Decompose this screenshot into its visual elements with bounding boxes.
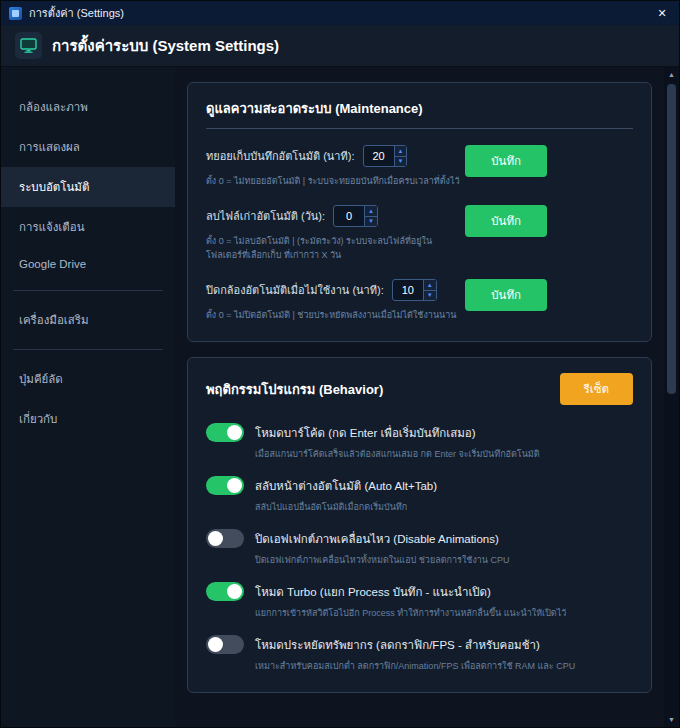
spin-down-icon[interactable]: ▼ — [365, 217, 377, 227]
page-header: การตั้งค่าระบบ (System Settings) — [1, 25, 679, 67]
behavior-panel: พฤติกรรมโปรแกรม (Behavior) รีเซ็ต โหมดบา… — [187, 357, 652, 693]
spinner-buttons: ▲ ▼ — [394, 146, 407, 166]
disable-animations-label: ปิดเอฟเฟกต์ภาพเคลื่อนไหว (Disable Animat… — [255, 530, 499, 548]
disable-animations-hint: ปิดเอฟเฟกต์ภาพเคลื่อนไหวทั้งหมดในแอป ช่ว… — [255, 553, 633, 567]
barcode-mode-toggle[interactable] — [206, 423, 244, 442]
titlebar: การตั้งค่า (Settings) ✕ — [1, 1, 679, 25]
close-icon[interactable]: ✕ — [645, 1, 679, 25]
barcode-mode-label: โหมดบาร์โค้ด (กด Enter เพื่อเริ่มบันทึกเ… — [255, 424, 476, 442]
barcode-mode-row: โหมดบาร์โค้ด (กด Enter เพื่อเริ่มบันทึกเ… — [206, 423, 633, 461]
row-left: ลบไฟล์เก่าอัตโนมัติ (วัน): ▲ ▼ ตั้ง 0 = … — [206, 205, 465, 262]
save-delete-old-files-button[interactable]: บันทึก — [465, 205, 547, 237]
turbo-mode-hint: แยกการเข้ารหัสวิดีโอไปอีก Process ทำให้ก… — [255, 606, 633, 620]
scrollbar[interactable]: ▲ ▼ — [664, 67, 679, 727]
row-left: ปิดกล้องอัตโนมัติเมื่อไม่ใช้งาน (นาที): … — [206, 279, 465, 322]
settings-window: การตั้งค่า (Settings) ✕ การตั้งค่าระบบ (… — [0, 0, 680, 728]
spinner-buttons: ▲ ▼ — [364, 206, 377, 226]
reset-button[interactable]: รีเซ็ต — [560, 373, 633, 405]
turbo-mode-toggle[interactable] — [206, 582, 244, 601]
spin-down-icon[interactable]: ▼ — [395, 157, 407, 167]
autosave-interval-label: ทยอยเก็บบันทึกอัตโนมัติ (นาที): — [206, 147, 355, 165]
delete-old-files-spinner[interactable]: ▲ ▼ — [333, 205, 378, 227]
autosave-interval-hint: ตั้ง 0 = ไม่ทยอยอัตโนมัติ | ระบบจะทยอยบั… — [206, 174, 465, 188]
disable-animations-row: ปิดเอฟเฟกต์ภาพเคลื่อนไหว (Disable Animat… — [206, 529, 633, 567]
sidebar-item-display[interactable]: การแสดงผล — [1, 127, 175, 167]
sidebar: กล้องและภาพ การแสดงผล ระบบอัตโนมัติ การแ… — [1, 67, 175, 727]
camera-off-idle-spinner[interactable]: ▲ ▼ — [392, 279, 437, 301]
titlebar-title: การตั้งค่า (Settings) — [29, 4, 124, 22]
delete-old-files-input[interactable] — [334, 206, 364, 226]
delete-old-files-row: ลบไฟล์เก่าอัตโนมัติ (วัน): ▲ ▼ ตั้ง 0 = … — [206, 205, 633, 262]
page-title: การตั้งค่าระบบ (System Settings) — [52, 34, 279, 58]
spin-up-icon[interactable]: ▲ — [365, 206, 377, 217]
resource-saver-label: โหมดประหยัดทรัพยากร (ลดกราฟิก/FPS - สำหร… — [255, 636, 540, 654]
resource-saver-hint: เหมาะสำหรับคอมสเปกต่ำ ลดกราฟิก/Animation… — [255, 659, 633, 673]
behavior-header: พฤติกรรมโปรแกรม (Behavior) รีเซ็ต — [206, 373, 633, 405]
delete-old-files-hint: ตั้ง 0 = ไม่ลบอัตโนมัติ | (ระมัดระวัง) ร… — [206, 234, 465, 262]
camera-off-idle-input[interactable] — [393, 280, 423, 300]
sidebar-item-about[interactable]: เกี่ยวกับ — [1, 399, 175, 439]
disable-animations-toggle[interactable] — [206, 529, 244, 548]
spin-up-icon[interactable]: ▲ — [395, 146, 407, 157]
settings-content: ดูแลความสะอาดระบบ (Maintenance) ทยอยเก็บ… — [175, 67, 664, 727]
barcode-mode-hint: เมื่อสแกนบาร์โค้ดเสร็จแล้วต้องสแกนเสมอ ก… — [255, 447, 633, 461]
maintenance-title: ดูแลความสะอาดระบบ (Maintenance) — [206, 98, 633, 119]
save-autosave-interval-button[interactable]: บันทึก — [465, 145, 547, 177]
window-body: กล้องและภาพ การแสดงผล ระบบอัตโนมัติ การแ… — [1, 67, 679, 727]
auto-alt-tab-toggle[interactable] — [206, 476, 244, 495]
sidebar-item-camera[interactable]: กล้องและภาพ — [1, 87, 175, 127]
spinner-buttons: ▲ ▼ — [423, 280, 436, 300]
sidebar-divider — [13, 349, 163, 350]
camera-off-idle-row: ปิดกล้องอัตโนมัติเมื่อไม่ใช้งาน (นาที): … — [206, 279, 633, 322]
autosave-interval-row: ทยอยเก็บบันทึกอัตโนมัติ (นาที): ▲ ▼ ตั้ง… — [206, 145, 633, 188]
turbo-mode-row: โหมด Turbo (แยก Process บันทึก - แนะนำเป… — [206, 582, 633, 620]
monitor-icon — [20, 38, 37, 53]
save-camera-off-idle-button[interactable]: บันทึก — [465, 279, 547, 311]
resource-saver-row: โหมดประหยัดทรัพยากร (ลดกราฟิก/FPS - สำหร… — [206, 635, 633, 673]
auto-alt-tab-label: สลับหน้าต่างอัตโนมัติ (Auto Alt+Tab) — [255, 477, 437, 495]
scroll-up-icon[interactable]: ▲ — [668, 68, 675, 81]
sidebar-divider — [13, 290, 163, 291]
sidebar-item-hotkeys[interactable]: ปุ่มคีย์ลัด — [1, 359, 175, 399]
row-left: ทยอยเก็บบันทึกอัตโนมัติ (นาที): ▲ ▼ ตั้ง… — [206, 145, 465, 188]
camera-off-idle-hint: ตั้ง 0 = ไม่ปิดอัตโนมัติ | ช่วยประหยัดพล… — [206, 308, 465, 322]
spin-down-icon[interactable]: ▼ — [424, 291, 436, 301]
divider — [206, 128, 633, 129]
sidebar-item-notifications[interactable]: การแจ้งเตือน — [1, 207, 175, 247]
autosave-interval-input[interactable] — [364, 146, 394, 166]
app-icon — [9, 7, 22, 20]
system-settings-icon — [15, 32, 42, 59]
scroll-down-icon[interactable]: ▼ — [668, 713, 675, 726]
maintenance-panel: ดูแลความสะอาดระบบ (Maintenance) ทยอยเก็บ… — [187, 82, 652, 342]
delete-old-files-label: ลบไฟล์เก่าอัตโนมัติ (วัน): — [206, 207, 325, 225]
behavior-title: พฤติกรรมโปรแกรม (Behavior) — [206, 379, 383, 400]
resource-saver-toggle[interactable] — [206, 635, 244, 654]
autosave-interval-spinner[interactable]: ▲ ▼ — [363, 145, 408, 167]
turbo-mode-label: โหมด Turbo (แยก Process บันทึก - แนะนำเป… — [255, 583, 491, 601]
scrollbar-thumb[interactable] — [667, 84, 676, 394]
spin-up-icon[interactable]: ▲ — [424, 280, 436, 291]
sidebar-item-automation[interactable]: ระบบอัตโนมัติ — [1, 167, 175, 207]
sidebar-item-google-drive[interactable]: Google Drive — [1, 247, 175, 281]
sidebar-item-extra-tools[interactable]: เครื่องมือเสริม — [1, 300, 175, 340]
camera-off-idle-label: ปิดกล้องอัตโนมัติเมื่อไม่ใช้งาน (นาที): — [206, 281, 384, 299]
auto-alt-tab-row: สลับหน้าต่างอัตโนมัติ (Auto Alt+Tab) สลั… — [206, 476, 633, 514]
auto-alt-tab-hint: สลับไปแอปอื่นอัตโนมัติเมื่อกดเริ่มบันทึก — [255, 500, 633, 514]
